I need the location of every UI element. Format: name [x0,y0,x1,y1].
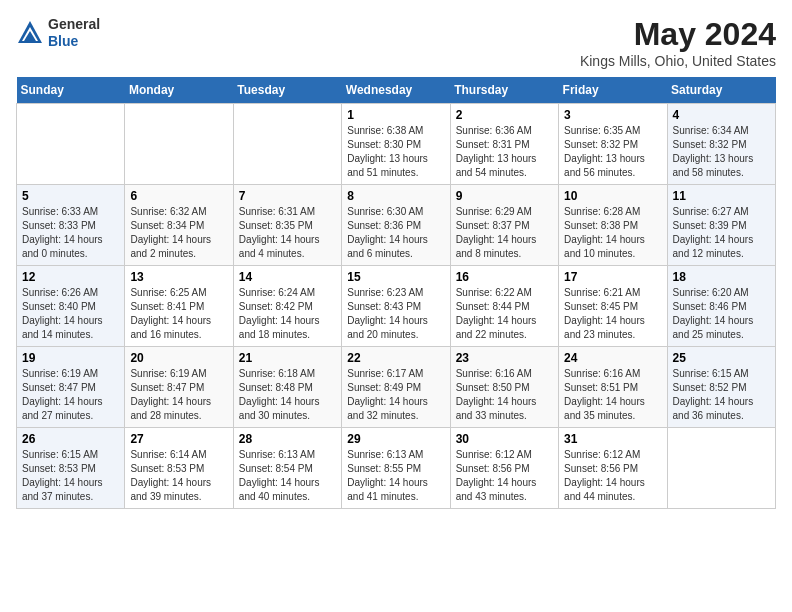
day-number: 1 [347,108,444,122]
weekday-header-wednesday: Wednesday [342,77,450,104]
day-info: Sunrise: 6:35 AMSunset: 8:32 PMDaylight:… [564,124,661,180]
day-number: 28 [239,432,336,446]
calendar-week-row: 5Sunrise: 6:33 AMSunset: 8:33 PMDaylight… [17,185,776,266]
day-number: 14 [239,270,336,284]
calendar-week-row: 12Sunrise: 6:26 AMSunset: 8:40 PMDayligh… [17,266,776,347]
day-info: Sunrise: 6:28 AMSunset: 8:38 PMDaylight:… [564,205,661,261]
calendar-cell: 9Sunrise: 6:29 AMSunset: 8:37 PMDaylight… [450,185,558,266]
calendar-cell: 5Sunrise: 6:33 AMSunset: 8:33 PMDaylight… [17,185,125,266]
calendar-cell: 29Sunrise: 6:13 AMSunset: 8:55 PMDayligh… [342,428,450,509]
day-info: Sunrise: 6:34 AMSunset: 8:32 PMDaylight:… [673,124,770,180]
calendar-week-row: 19Sunrise: 6:19 AMSunset: 8:47 PMDayligh… [17,347,776,428]
day-info: Sunrise: 6:12 AMSunset: 8:56 PMDaylight:… [456,448,553,504]
title-block: May 2024 Kings Mills, Ohio, United State… [580,16,776,69]
calendar-cell [667,428,775,509]
day-number: 16 [456,270,553,284]
day-info: Sunrise: 6:27 AMSunset: 8:39 PMDaylight:… [673,205,770,261]
day-info: Sunrise: 6:16 AMSunset: 8:50 PMDaylight:… [456,367,553,423]
calendar-cell: 31Sunrise: 6:12 AMSunset: 8:56 PMDayligh… [559,428,667,509]
day-number: 9 [456,189,553,203]
calendar-week-row: 26Sunrise: 6:15 AMSunset: 8:53 PMDayligh… [17,428,776,509]
calendar-cell: 7Sunrise: 6:31 AMSunset: 8:35 PMDaylight… [233,185,341,266]
day-info: Sunrise: 6:22 AMSunset: 8:44 PMDaylight:… [456,286,553,342]
day-info: Sunrise: 6:18 AMSunset: 8:48 PMDaylight:… [239,367,336,423]
day-info: Sunrise: 6:13 AMSunset: 8:55 PMDaylight:… [347,448,444,504]
calendar-cell: 15Sunrise: 6:23 AMSunset: 8:43 PMDayligh… [342,266,450,347]
day-info: Sunrise: 6:25 AMSunset: 8:41 PMDaylight:… [130,286,227,342]
day-info: Sunrise: 6:31 AMSunset: 8:35 PMDaylight:… [239,205,336,261]
day-number: 25 [673,351,770,365]
day-number: 2 [456,108,553,122]
calendar-cell: 24Sunrise: 6:16 AMSunset: 8:51 PMDayligh… [559,347,667,428]
day-number: 19 [22,351,119,365]
weekday-header-monday: Monday [125,77,233,104]
calendar-cell: 27Sunrise: 6:14 AMSunset: 8:53 PMDayligh… [125,428,233,509]
logo-icon [16,19,44,47]
day-number: 5 [22,189,119,203]
calendar-cell: 14Sunrise: 6:24 AMSunset: 8:42 PMDayligh… [233,266,341,347]
weekday-header-saturday: Saturday [667,77,775,104]
day-number: 17 [564,270,661,284]
calendar-cell: 25Sunrise: 6:15 AMSunset: 8:52 PMDayligh… [667,347,775,428]
weekday-header-tuesday: Tuesday [233,77,341,104]
calendar-title: May 2024 [580,16,776,53]
day-info: Sunrise: 6:19 AMSunset: 8:47 PMDaylight:… [130,367,227,423]
calendar-cell [17,104,125,185]
logo: General Blue [16,16,100,50]
calendar-cell: 23Sunrise: 6:16 AMSunset: 8:50 PMDayligh… [450,347,558,428]
day-number: 30 [456,432,553,446]
day-number: 10 [564,189,661,203]
day-number: 11 [673,189,770,203]
day-info: Sunrise: 6:17 AMSunset: 8:49 PMDaylight:… [347,367,444,423]
day-info: Sunrise: 6:29 AMSunset: 8:37 PMDaylight:… [456,205,553,261]
calendar-cell: 30Sunrise: 6:12 AMSunset: 8:56 PMDayligh… [450,428,558,509]
day-info: Sunrise: 6:21 AMSunset: 8:45 PMDaylight:… [564,286,661,342]
day-info: Sunrise: 6:20 AMSunset: 8:46 PMDaylight:… [673,286,770,342]
day-info: Sunrise: 6:12 AMSunset: 8:56 PMDaylight:… [564,448,661,504]
day-number: 20 [130,351,227,365]
day-number: 31 [564,432,661,446]
day-info: Sunrise: 6:26 AMSunset: 8:40 PMDaylight:… [22,286,119,342]
weekday-header-thursday: Thursday [450,77,558,104]
calendar-cell: 10Sunrise: 6:28 AMSunset: 8:38 PMDayligh… [559,185,667,266]
calendar-cell: 18Sunrise: 6:20 AMSunset: 8:46 PMDayligh… [667,266,775,347]
day-info: Sunrise: 6:14 AMSunset: 8:53 PMDaylight:… [130,448,227,504]
calendar-cell: 19Sunrise: 6:19 AMSunset: 8:47 PMDayligh… [17,347,125,428]
calendar-table: SundayMondayTuesdayWednesdayThursdayFrid… [16,77,776,509]
calendar-cell: 12Sunrise: 6:26 AMSunset: 8:40 PMDayligh… [17,266,125,347]
day-number: 24 [564,351,661,365]
day-number: 4 [673,108,770,122]
weekday-header-sunday: Sunday [17,77,125,104]
calendar-cell: 20Sunrise: 6:19 AMSunset: 8:47 PMDayligh… [125,347,233,428]
calendar-cell: 6Sunrise: 6:32 AMSunset: 8:34 PMDaylight… [125,185,233,266]
calendar-cell: 28Sunrise: 6:13 AMSunset: 8:54 PMDayligh… [233,428,341,509]
day-number: 13 [130,270,227,284]
calendar-cell: 16Sunrise: 6:22 AMSunset: 8:44 PMDayligh… [450,266,558,347]
calendar-cell: 4Sunrise: 6:34 AMSunset: 8:32 PMDaylight… [667,104,775,185]
weekday-header-friday: Friday [559,77,667,104]
day-number: 22 [347,351,444,365]
calendar-week-row: 1Sunrise: 6:38 AMSunset: 8:30 PMDaylight… [17,104,776,185]
day-info: Sunrise: 6:19 AMSunset: 8:47 PMDaylight:… [22,367,119,423]
day-number: 8 [347,189,444,203]
day-number: 12 [22,270,119,284]
logo-blue-text: Blue [48,33,78,49]
calendar-cell: 13Sunrise: 6:25 AMSunset: 8:41 PMDayligh… [125,266,233,347]
day-info: Sunrise: 6:23 AMSunset: 8:43 PMDaylight:… [347,286,444,342]
calendar-cell: 11Sunrise: 6:27 AMSunset: 8:39 PMDayligh… [667,185,775,266]
calendar-cell: 17Sunrise: 6:21 AMSunset: 8:45 PMDayligh… [559,266,667,347]
calendar-cell: 8Sunrise: 6:30 AMSunset: 8:36 PMDaylight… [342,185,450,266]
day-number: 29 [347,432,444,446]
calendar-cell: 3Sunrise: 6:35 AMSunset: 8:32 PMDaylight… [559,104,667,185]
calendar-cell [233,104,341,185]
page-header: General Blue May 2024 Kings Mills, Ohio,… [16,16,776,69]
calendar-cell: 2Sunrise: 6:36 AMSunset: 8:31 PMDaylight… [450,104,558,185]
day-info: Sunrise: 6:33 AMSunset: 8:33 PMDaylight:… [22,205,119,261]
calendar-cell [125,104,233,185]
day-info: Sunrise: 6:13 AMSunset: 8:54 PMDaylight:… [239,448,336,504]
day-number: 7 [239,189,336,203]
day-number: 26 [22,432,119,446]
day-number: 21 [239,351,336,365]
calendar-cell: 26Sunrise: 6:15 AMSunset: 8:53 PMDayligh… [17,428,125,509]
day-info: Sunrise: 6:15 AMSunset: 8:53 PMDaylight:… [22,448,119,504]
